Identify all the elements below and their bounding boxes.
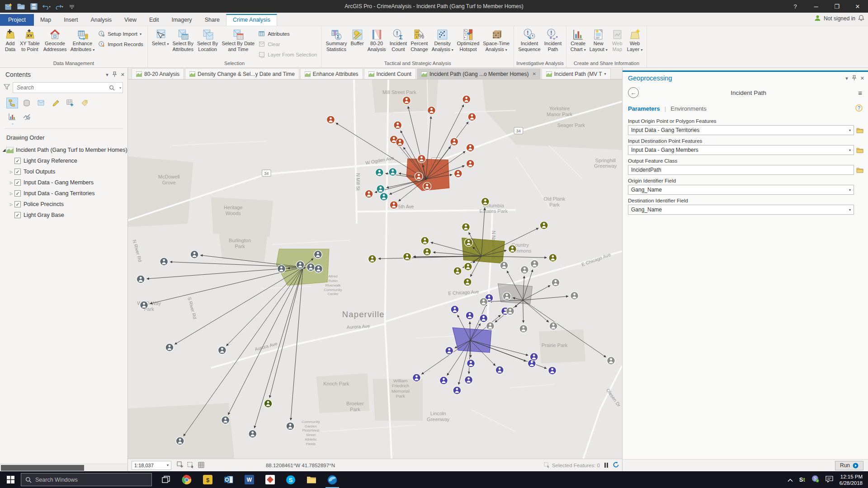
xy-table-to-point-button[interactable]: XYXY Tableto Point (18, 27, 42, 52)
ribbon-tab-insert[interactable]: Insert (57, 14, 84, 26)
param-input[interactable]: Gang_Name▾ (628, 205, 854, 215)
pane-menu-icon[interactable]: ▾ (106, 72, 108, 78)
geocode-addresses-button[interactable]: GeocodeAddresses (42, 27, 69, 52)
layer-item[interactable]: ▷✓Tool Outputs (0, 166, 127, 177)
incident-sequence-button[interactable]: !IncidentSequence (516, 27, 542, 52)
ribbon-tab-analysis[interactable]: Analysis (85, 14, 118, 26)
param-input[interactable]: Input Data - Gang Territories▾ (628, 125, 854, 135)
layer-item[interactable]: ◢Incident Path (Gang Turf to Member Home… (0, 145, 127, 155)
sign-in-status[interactable]: Not signed in (814, 14, 864, 23)
param-input[interactable]: Input Data - Gang Members▾ (628, 145, 854, 155)
customize-qat-icon[interactable] (68, 3, 76, 10)
select-by-location-button[interactable]: Select ByLocation (195, 27, 220, 52)
refresh-icon[interactable] (613, 461, 619, 469)
optimized-hotspot-button[interactable]: OptimizedHotspot (455, 27, 481, 52)
new-layout-button[interactable]: NewLayout ▾ (588, 27, 609, 53)
tab-environments[interactable]: Environments (670, 105, 706, 112)
app-red-taskbar-icon[interactable] (259, 471, 280, 488)
undo-icon[interactable]: ▾ (42, 3, 51, 10)
map-canvas[interactable]: Mill Street ParkYorkshireManor ParkSeage… (128, 80, 622, 459)
contents-view-labeling[interactable] (79, 98, 90, 108)
pause-drawing-icon[interactable] (604, 463, 608, 468)
create-chart-button[interactable]: CreateChart ▾ (569, 27, 588, 53)
close-button[interactable]: ✕ (847, 0, 868, 13)
outlook-taskbar-icon[interactable] (218, 471, 239, 488)
layer-checkbox[interactable]: ✓ (14, 212, 21, 218)
param-input[interactable]: Gang_Name▾ (628, 185, 854, 195)
select-by-attributes-button[interactable]: Select ByAttributes (170, 27, 195, 52)
save-project-icon[interactable] (30, 3, 38, 10)
taskbar-search-input[interactable]: Search Windows (21, 473, 152, 486)
file-explorer-taskbar-icon[interactable] (301, 471, 322, 488)
map-tab[interactable]: 80-20 Analysis (132, 68, 184, 79)
search-icon[interactable] (109, 84, 115, 93)
incident-count-button[interactable]: !ΣIncidentCount (388, 27, 409, 52)
open-project-icon[interactable] (17, 3, 25, 10)
browse-folder-icon[interactable] (856, 127, 863, 133)
tool-menu-icon[interactable]: ≡ (858, 89, 863, 97)
layer-item[interactable]: ▷✓Police Precincts (0, 199, 127, 210)
expand-icon[interactable]: ▷ (8, 181, 14, 185)
layer-checkbox[interactable]: ✓ (14, 169, 21, 175)
select-by-date-and-time-button[interactable]: Select By Dateand Time (220, 27, 256, 52)
ribbon-tab-project[interactable]: Project (0, 14, 34, 26)
layer-item[interactable]: ▷✓Input Data - Gang Members (0, 177, 127, 188)
expand-icon[interactable]: ▷ (8, 202, 14, 206)
app-blue-taskbar-icon[interactable]: W (239, 471, 259, 488)
select-button[interactable]: Select ▾ (150, 27, 171, 47)
map-tab[interactable]: Incident Count (364, 68, 416, 79)
attributes-button[interactable]: Attributes (258, 30, 317, 38)
taskbar-clock[interactable]: 12:15 PM 6/28/2018 (840, 474, 863, 486)
layer-checkbox[interactable]: ✓ (14, 201, 21, 207)
ribbon-tab-crime-analysis[interactable]: Crime Analysis (226, 14, 277, 26)
density-analysis-button[interactable]: DensityAnalysis ▾ (430, 27, 455, 53)
minimize-button[interactable]: ─ (806, 0, 826, 13)
tray-st-icon[interactable]: St (799, 476, 805, 483)
ribbon-tab-map[interactable]: Map (34, 14, 57, 26)
pin-icon[interactable] (112, 71, 117, 78)
tab-overflow-icon[interactable]: ▾ (604, 72, 606, 76)
space-time-analysis-button[interactable]: Space-TimeAnalysis ▾ (481, 27, 511, 53)
ribbon-tab-edit[interactable]: Edit (143, 14, 165, 26)
help-button[interactable]: ? (785, 0, 806, 13)
tray-skype-icon[interactable]: S (811, 475, 819, 484)
layer-checkbox[interactable]: ✓ (14, 158, 21, 164)
enhance-attributes-button[interactable]: EnhanceAttributes ▾ (69, 27, 97, 53)
browse-folder-icon[interactable] (856, 167, 863, 173)
arcgis-pro-taskbar-icon[interactable] (322, 471, 343, 488)
back-button[interactable]: ← (628, 87, 639, 98)
layer-item[interactable]: ✓Light Gray Reference (0, 155, 127, 166)
contents-view-selection[interactable] (35, 98, 47, 108)
tab-parameters[interactable]: Parameters (628, 105, 660, 112)
buffer-button[interactable]: Buffer (349, 27, 366, 47)
run-button[interactable]: Run (835, 461, 863, 470)
incident-path-button[interactable]: !IncidentPath (542, 27, 564, 52)
collapse-icon[interactable]: ◢ (0, 148, 6, 152)
setup-import-button[interactable]: !Setup Import▾ (98, 30, 143, 38)
redo-icon[interactable]: ▾ (55, 3, 63, 10)
close-tab-icon[interactable]: ✕ (532, 71, 536, 76)
map-tab[interactable]: Incident Path (Gang ...o Member Homes)✕ (417, 68, 541, 79)
80-20-analysis-button[interactable]: 80-20Analysis (366, 27, 388, 52)
contents-view-data-source[interactable] (21, 98, 33, 108)
tray-expand-icon[interactable] (788, 476, 793, 484)
contents-view-edit[interactable] (50, 98, 61, 108)
task-view-taskbar-icon[interactable] (156, 471, 176, 488)
param-input[interactable]: IncidentPath (628, 165, 854, 175)
close-pane-icon[interactable]: ✕ (121, 72, 125, 78)
map-tab[interactable]: Enhance Attributes (300, 68, 363, 79)
browse-folder-icon[interactable] (856, 147, 863, 153)
layer-checkbox[interactable]: ✓ (14, 190, 21, 197)
close-pane-icon[interactable]: ✕ (860, 75, 864, 81)
ribbon-tab-share[interactable]: Share (198, 14, 226, 26)
search-options-icon[interactable]: ▾ (119, 86, 121, 90)
contents-horizontal-scrollbar[interactable] (0, 464, 127, 471)
add-data-button[interactable]: AddData (2, 27, 18, 52)
scrollbar-thumb[interactable] (1, 465, 84, 471)
help-icon[interactable]: ? (855, 104, 863, 113)
ribbon-tab-imagery[interactable]: Imagery (165, 14, 198, 26)
map-tab[interactable]: Density Change & Sel...y Date and Time (185, 68, 299, 79)
filter-icon[interactable] (4, 84, 10, 92)
summary-statistics-button[interactable]: ΣSummaryStatistics (324, 27, 349, 52)
expand-icon[interactable]: ▷ (8, 192, 14, 196)
